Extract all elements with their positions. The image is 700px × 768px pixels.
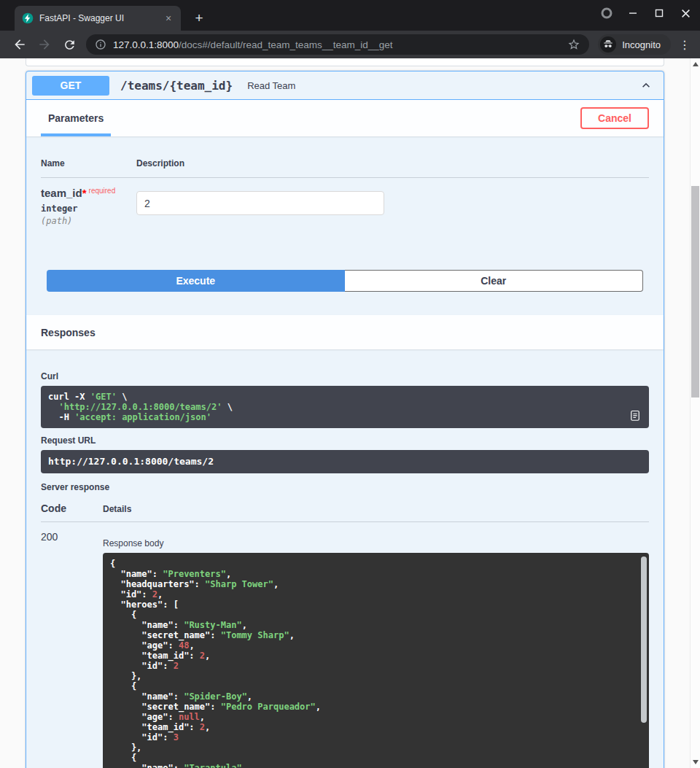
page-scrollbar-thumb[interactable] (691, 186, 699, 397)
endpoint-path: /teams/{team_id} (120, 79, 233, 93)
curl-code: curl -X 'GET' \ 'http://127.0.0.1:8000/t… (48, 392, 642, 422)
responses-container: Curl curl -X 'GET' \ 'http://127.0.0.1:8… (26, 349, 664, 768)
window-controls (601, 7, 691, 19)
page-info-icon[interactable] (95, 39, 106, 50)
url-path: /docs#/default/read_team_teams__team_id_… (179, 39, 392, 50)
opblock-get-teams: GET /teams/{team_id} Read Team Parameter… (26, 71, 664, 768)
reload-icon[interactable] (61, 36, 77, 53)
opblock-summary[interactable]: GET /teams/{team_id} Read Team (26, 71, 664, 100)
parameters-table-header: Name Description (41, 158, 649, 178)
url-text: 127.0.0.1:8000/docs#/default/read_team_t… (113, 39, 561, 50)
responses-title: Responses (41, 327, 96, 338)
back-icon[interactable] (12, 36, 28, 53)
page-scrollbar[interactable] (690, 58, 700, 768)
swagger-page: GET /teams/{team_id} Read Team Parameter… (0, 58, 690, 768)
response-body-label: Response body (103, 538, 649, 548)
code-column-header: Code (41, 503, 103, 514)
tab-title: FastAPI - Swagger UI (39, 13, 162, 23)
browser-titlebar: FastAPI - Swagger UI × + (0, 0, 700, 31)
description-column-header: Description (136, 158, 184, 168)
endpoint-summary: Read Team (247, 80, 295, 91)
incognito-badge: Incognito (598, 34, 671, 55)
copy-to-clipboard-icon[interactable] (629, 408, 642, 422)
response-details: Response body { "name": "Preventers", "h… (103, 531, 649, 768)
method-badge: GET (32, 76, 109, 96)
incognito-label: Incognito (622, 39, 661, 50)
response-table-header: Code Details (41, 503, 649, 522)
execute-button[interactable]: Execute (47, 270, 345, 292)
status-code: 200 (41, 531, 103, 768)
minimize-icon[interactable] (627, 7, 639, 19)
browser-update-icon[interactable] (601, 7, 612, 19)
parameter-description (136, 187, 384, 226)
required-label: required (89, 187, 116, 195)
required-star: * (82, 187, 87, 199)
browser-toolbar: 127.0.0.1:8000/docs#/default/read_team_t… (0, 31, 700, 58)
parameter-location: (path) (41, 216, 136, 226)
new-tab-button[interactable]: + (190, 9, 209, 28)
team-id-input[interactable] (136, 191, 384, 215)
browser-tab[interactable]: FastAPI - Swagger UI × (15, 6, 181, 31)
parameters-container: Name Description team_id*required intege… (26, 136, 664, 315)
forward-icon[interactable] (36, 36, 52, 53)
response-row: 200 Response body { "name": "Preventers"… (41, 522, 649, 768)
scroll-down-arrow-icon[interactable] (693, 760, 699, 764)
curl-block: curl -X 'GET' \ 'http://127.0.0.1:8000/t… (41, 386, 649, 428)
response-body-block: { "name": "Preventers", "headquarters": … (103, 553, 649, 768)
clear-button[interactable]: Clear (345, 270, 644, 292)
url-bar[interactable]: 127.0.0.1:8000/docs#/default/read_team_t… (86, 34, 589, 55)
incognito-icon (600, 36, 616, 53)
browser-menu-icon[interactable]: ⋮ (677, 36, 693, 53)
request-url-value: http://127.0.0.1:8000/teams/2 (48, 456, 642, 468)
cancel-button[interactable]: Cancel (580, 107, 649, 129)
curl-label: Curl (41, 371, 649, 381)
request-url-block: http://127.0.0.1:8000/teams/2 (41, 450, 649, 473)
request-url-label: Request URL (41, 435, 649, 446)
parameter-meta: team_id*required integer (path) (41, 187, 136, 226)
execute-wrapper: Execute Clear (47, 270, 643, 292)
name-column-header: Name (41, 158, 136, 168)
browser-window: FastAPI - Swagger UI × + (0, 0, 700, 768)
server-response-label: Server response (41, 482, 649, 492)
responses-section-header: Responses (26, 315, 664, 349)
bookmark-star-icon[interactable] (567, 38, 580, 51)
parameter-name: team_id*required (41, 187, 136, 199)
fastapi-favicon-icon (22, 12, 34, 24)
collapse-chevron-up-icon[interactable] (639, 78, 653, 93)
parameters-section-header: Parameters Cancel (26, 100, 664, 136)
response-body-scrollbar-thumb[interactable] (641, 556, 647, 723)
scroll-up-arrow-icon[interactable] (693, 62, 699, 66)
parameter-row: team_id*required integer (path) (41, 178, 649, 226)
details-column-header: Details (103, 504, 131, 514)
previous-block-bottom-edge (26, 58, 664, 66)
parameter-type: integer (41, 203, 136, 214)
close-window-icon[interactable] (680, 7, 691, 19)
url-host: 127.0.0.1:8000 (113, 39, 179, 50)
tab-close-icon[interactable]: × (162, 12, 175, 25)
tab-parameters[interactable]: Parameters (41, 100, 111, 136)
maximize-icon[interactable] (653, 7, 665, 19)
response-body-code: { "name": "Preventers", "headquarters": … (110, 559, 642, 768)
